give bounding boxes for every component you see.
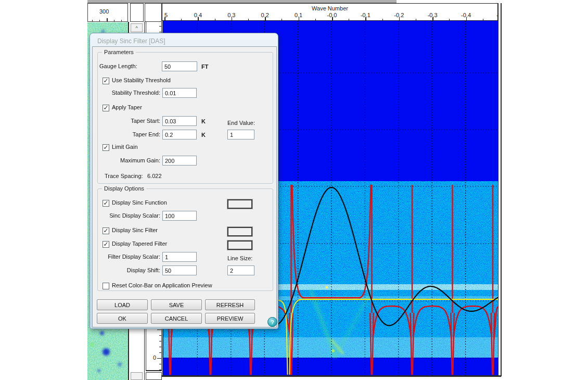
reset-colorbar-checkbox[interactable]: [103, 283, 109, 289]
header-spacer-1: [130, 3, 144, 22]
up-arrow-icon: ^: [135, 26, 137, 31]
header-spacer-2: [145, 3, 162, 22]
tapered-filter-color-swatch[interactable]: [227, 240, 252, 250]
sinc-display-scalar-label: Sinc Display Scalar:: [99, 212, 160, 219]
line-size-label: Line Size:: [227, 255, 252, 261]
scrollbar-down-button[interactable]: [131, 372, 143, 380]
refresh-button[interactable]: REFRESH: [205, 299, 255, 310]
display-sinc-filter-dialog: Display Sinc Filter [DAS] Parameters Gau…: [90, 33, 278, 329]
offset-axis-tick: [107, 18, 108, 21]
question-mark-icon: ?: [271, 319, 274, 325]
apply-taper-label: Apply Taper: [112, 104, 142, 110]
gauge-length-input[interactable]: [162, 61, 197, 71]
display-sinc-function-label: Display Sinc Function: [112, 199, 167, 206]
trace-spacing-value: 6.022: [147, 173, 162, 179]
ok-button[interactable]: OK: [97, 313, 148, 324]
save-button[interactable]: SAVE: [151, 299, 202, 310]
filter-display-scalar-label: Filter Display Scalar:: [95, 254, 160, 260]
display-tapered-filter-label: Display Tapered Filter: [112, 240, 167, 247]
maximum-gain-label: Maximum Gain:: [99, 157, 160, 163]
taper-start-label: Taper Start:: [99, 118, 160, 124]
spectral-plot-canvas: [0, 0, 588, 380]
display-sinc-filter-label: Display Sinc Filter: [112, 227, 158, 233]
preview-button[interactable]: PREVIEW: [205, 313, 255, 324]
limit-gain-checkbox[interactable]: ✓: [103, 144, 109, 151]
trace-spacing-label: Trace Spacing:: [105, 173, 143, 179]
sinc-filter-color-swatch[interactable]: [227, 227, 252, 236]
scrollbar-up-button[interactable]: ^: [131, 23, 143, 32]
depth-axis-zero-label: 0: [153, 354, 156, 361]
display-tapered-filter-checkbox[interactable]: ✓: [103, 241, 109, 248]
use-stability-checkbox[interactable]: ✓: [103, 78, 109, 84]
offset-axis-header: 300: [87, 3, 128, 22]
wavenumber-axis-header: Wave Number 50.40.30.20.1-0.0-0.1-0.2-0.…: [162, 3, 498, 21]
apply-taper-checkbox[interactable]: ✓: [103, 105, 109, 111]
sinc-display-scalar-input[interactable]: [162, 211, 197, 221]
maximum-gain-input[interactable]: [162, 156, 197, 166]
use-stability-label: Use Stability Threshold: [112, 77, 171, 83]
limit-gain-label: Limit Gain: [112, 144, 138, 150]
end-value-label: End Value:: [227, 120, 255, 126]
end-value-input[interactable]: [227, 130, 254, 140]
offset-axis-label: 300: [99, 8, 109, 15]
taper-end-unit: K: [201, 132, 206, 138]
corner-box: [146, 372, 162, 380]
wavenumber-axis-ticks: 50.40.30.20.1-0.0-0.1-0.2-0.3-0.4-0: [162, 4, 497, 20]
depth-panel-bottom-border: [146, 370, 162, 371]
plot-border-right-inner: [498, 3, 499, 376]
gauge-length-label: Gauge Length:: [99, 63, 137, 69]
taper-end-input[interactable]: [162, 130, 197, 140]
help-button[interactable]: ?: [267, 317, 277, 327]
taper-end-label: Taper End:: [99, 131, 160, 137]
stability-threshold-input[interactable]: [162, 88, 197, 98]
load-button[interactable]: LOAD: [97, 299, 148, 310]
display-sinc-filter-checkbox[interactable]: ✓: [103, 227, 109, 234]
app-window: 300 ^ 0 Wave Number 50.40.30.20.1-0.0-0.…: [0, 0, 588, 380]
cancel-button[interactable]: CANCEL: [151, 313, 202, 324]
display-shift-input[interactable]: [162, 265, 197, 275]
stability-threshold-label: Stability Threshold:: [99, 90, 160, 96]
taper-start-input[interactable]: [162, 116, 197, 126]
display-sinc-function-checkbox[interactable]: ✓: [103, 200, 109, 207]
plot-border-bottom: [162, 375, 501, 377]
display-options-group-label: Display Options: [102, 185, 146, 192]
gauge-length-unit: FT: [201, 64, 208, 70]
taper-start-unit: K: [201, 118, 206, 124]
plot-border-right-outer: [501, 3, 502, 376]
display-shift-label: Display Shift:: [99, 267, 160, 273]
filter-display-scalar-input[interactable]: [162, 252, 197, 262]
parameters-group-label: Parameters: [102, 49, 136, 55]
reset-colorbar-label: Reset Color-Bar on Application Preview: [112, 282, 212, 288]
line-size-input[interactable]: [227, 265, 254, 275]
sinc-function-color-swatch[interactable]: [227, 199, 252, 209]
